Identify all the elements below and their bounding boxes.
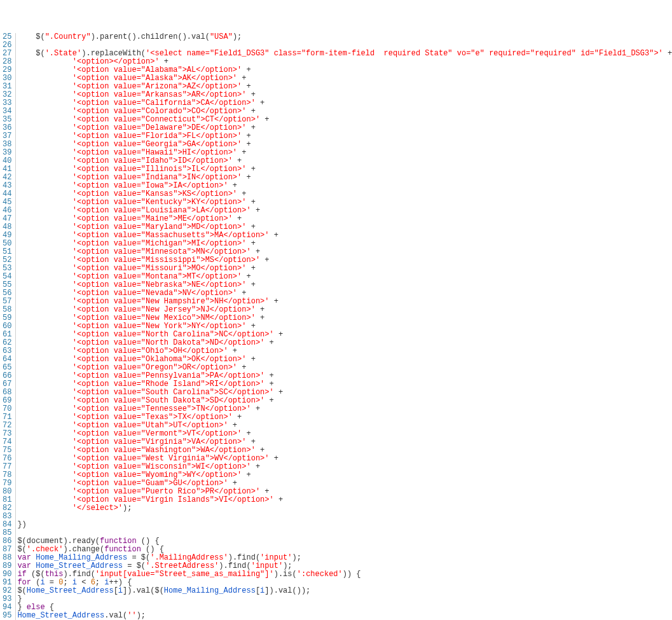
token-default: +	[246, 107, 255, 116]
code-line[interactable]: $(".Country").parent().children().val("U…	[17, 33, 672, 41]
token-default: +	[246, 90, 255, 99]
code-line[interactable]: Home_Street_Address.val('');	[17, 612, 672, 620]
token-default: )) {	[343, 570, 361, 579]
token-default: ($(	[27, 570, 45, 579]
token-str: '<option value="Georgia">GA</option>'	[72, 140, 242, 149]
token-default: );	[137, 611, 146, 620]
token-str: '<option value="New Mexico">NM</option>'	[72, 313, 256, 322]
token-default: +	[242, 429, 250, 438]
token-default: +	[274, 495, 283, 504]
token-default: })	[17, 520, 26, 529]
token-default	[17, 297, 72, 306]
token-default	[17, 156, 72, 165]
token-kw: for	[17, 578, 31, 587]
token-str: '<option value="Massachusetts">MA</optio…	[72, 231, 270, 240]
token-str: '<select name="Field1_DSG3" class="form-…	[146, 49, 663, 58]
token-str: ':checked'	[297, 570, 343, 579]
token-str: 'input'	[251, 561, 283, 570]
code-line[interactable]: }	[17, 595, 672, 603]
token-str: '<option value="Kansas">KS</option>'	[72, 189, 237, 198]
token-kw: if	[17, 570, 26, 579]
token-default	[17, 90, 72, 99]
token-default: +	[256, 99, 264, 107]
token-default: );	[283, 561, 292, 570]
token-default	[17, 189, 72, 198]
token-default	[17, 181, 72, 190]
token-str: '<option value="New York">NY</option>'	[72, 322, 247, 331]
token-default: () {	[141, 545, 164, 554]
code-line[interactable]	[17, 513, 672, 521]
token-kw: function	[104, 545, 141, 554]
token-default: ).replaceWith(	[81, 49, 146, 58]
token-default: =	[45, 578, 59, 587]
token-str: '<option value="Utah">UT</option>'	[72, 421, 228, 430]
token-default: +	[237, 289, 246, 298]
token-str: '<option value="North Carolina">NC</opti…	[72, 330, 274, 339]
token-default: +	[233, 214, 242, 223]
token-default	[17, 429, 72, 438]
token-default: +	[228, 347, 237, 355]
token-default	[17, 322, 72, 331]
token-str: '<option value="Iowa">IA</option>'	[72, 181, 228, 190]
token-str: '<option value="Illinois">IL</option>'	[72, 165, 247, 174]
token-str: '<option value="Virgin Islands">VI</opti…	[72, 495, 274, 504]
token-default	[17, 231, 72, 240]
token-str: '<option value="Mississippi">MS</option>…	[72, 256, 260, 265]
token-var: i	[118, 586, 123, 595]
token-default	[17, 487, 72, 496]
token-default	[17, 280, 72, 289]
token-default: );	[123, 504, 132, 513]
token-default: $(	[17, 586, 26, 595]
token-default: +	[233, 413, 242, 422]
token-default	[17, 446, 72, 455]
token-default: +	[264, 380, 273, 389]
token-default: +	[256, 313, 264, 322]
token-default	[17, 347, 72, 355]
token-str: '<option value="Oregon">OR</option>'	[72, 363, 237, 372]
token-default	[17, 305, 72, 314]
token-var: i	[72, 578, 77, 587]
code-line[interactable]: })	[17, 521, 672, 529]
token-default: +	[237, 74, 246, 83]
code-line[interactable]: $(Home_Street_Address[i]).val($(Home_Mai…	[17, 587, 672, 595]
token-default: () {	[137, 537, 160, 546]
token-str: '<option value="Rhode Island">RI</option…	[72, 380, 264, 389]
token-default: ).find(	[219, 561, 250, 570]
token-var: Home_Street_Address	[36, 561, 123, 570]
token-default: +	[251, 247, 260, 256]
token-var: Home_Mailing_Address	[36, 553, 127, 562]
token-default: $(	[17, 32, 45, 41]
token-default: +	[237, 148, 246, 157]
token-default: +	[237, 189, 246, 198]
token-default	[17, 495, 72, 504]
token-default: [	[256, 586, 260, 595]
token-default: +	[274, 330, 283, 339]
token-default: +	[160, 57, 168, 66]
token-str: '<option value="North Dakota">ND</option…	[72, 338, 264, 347]
token-var: Home_Street_Address	[27, 586, 114, 595]
token-default: +	[233, 156, 242, 165]
token-str: '<option value="Virginia">VA</option>'	[72, 437, 247, 446]
token-default	[17, 206, 72, 215]
token-default: +	[269, 231, 278, 240]
code-editor[interactable]: 2526272829303132333435363738394041424344…	[0, 33, 672, 620]
token-default	[17, 223, 72, 231]
token-default: +	[251, 206, 260, 215]
token-default: +	[251, 404, 260, 413]
token-kw: var	[17, 561, 31, 570]
token-default: +	[264, 371, 273, 380]
token-default: +	[237, 363, 246, 372]
token-str: '<option value="Oklahoma">OK</option>'	[72, 355, 247, 364]
token-default: $(	[17, 545, 26, 554]
token-str: '<option value="Arizona">AZ</option>'	[72, 82, 242, 91]
token-var: Home_Mailing_Address	[164, 586, 256, 595]
token-default: ).parent().children().val(	[91, 32, 210, 41]
code-content[interactable]: $(".Country").parent().children().val("U…	[16, 33, 672, 620]
token-default: +	[246, 437, 255, 446]
code-line[interactable]: '</select>');	[17, 504, 672, 513]
token-str: '<option value="Idaho">ID</option>'	[72, 156, 233, 165]
token-default: ;	[95, 578, 104, 587]
token-default: .val(	[104, 611, 127, 620]
token-default: +	[264, 396, 273, 405]
token-str: '<option value="Kentucky">KY</option>'	[72, 198, 247, 207]
